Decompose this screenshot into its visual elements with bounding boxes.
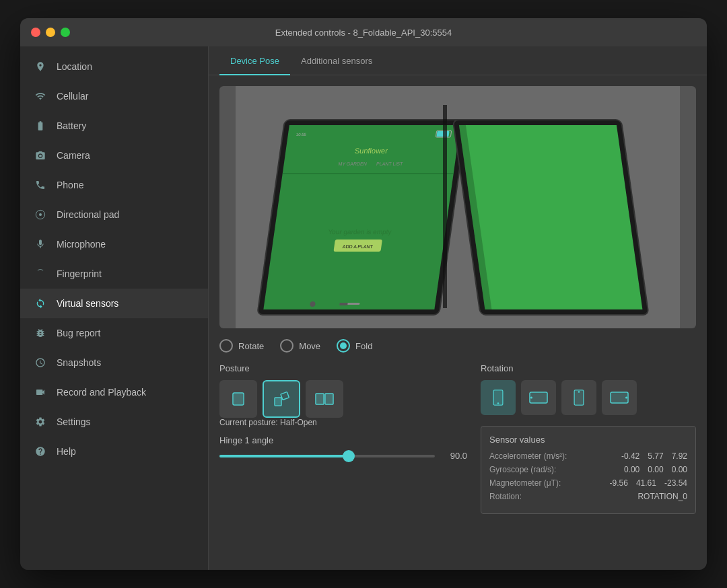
svg-text:ADD A PLANT: ADD A PLANT (342, 244, 374, 249)
posture-btn-halfopen[interactable] (263, 380, 300, 418)
rotation-btn-landscape-left[interactable] (521, 380, 556, 415)
battery-icon (34, 119, 47, 133)
svg-point-36 (530, 397, 532, 399)
rotation-v1: ROTATION_0 (637, 492, 687, 501)
controls-row: Rotate Move Fold (219, 339, 696, 353)
sensor-row-rotation: Rotation: ROTATION_0 (489, 492, 687, 501)
close-button[interactable] (31, 28, 40, 37)
sidebar-item-fingerprint[interactable]: Fingerprint (20, 259, 208, 289)
gyro-v2: 0.00 (648, 465, 663, 474)
svg-point-1 (39, 213, 42, 216)
record-playback-icon (34, 385, 47, 399)
sidebar-label-cellular: Cellular (57, 91, 88, 102)
move-radio[interactable]: Move (280, 339, 320, 353)
sidebar-label-fingerprint: Fingerprint (57, 268, 102, 279)
bug-report-icon (34, 326, 47, 340)
mag-v3: -23.54 (664, 478, 687, 488)
svg-point-42 (625, 397, 627, 399)
rotation-label: Rotation (481, 363, 696, 373)
minimize-button[interactable] (46, 28, 55, 37)
hinge-label: Hinge 1 angle (219, 435, 467, 445)
svg-point-39 (578, 391, 580, 393)
posture-btn-closed[interactable] (219, 380, 257, 418)
tabs-bar: Device Pose Additional sensors (209, 46, 707, 75)
sidebar-item-help[interactable]: Help (20, 437, 208, 466)
accelerometer-values: -0.42 5.77 7.92 (580, 451, 687, 461)
sidebar-item-phone[interactable]: Phone (20, 170, 208, 200)
sidebar-label-location: Location (57, 61, 92, 72)
hinge-slider-track[interactable] (219, 455, 435, 457)
magnetometer-values: -9.56 41.61 -23.54 (580, 478, 687, 488)
rotation-section: Rotation (481, 363, 696, 415)
svg-rect-25 (275, 398, 281, 405)
sensor-row-magnetometer: Magnetometer (μT): -9.56 41.61 -23.54 (489, 478, 687, 488)
sidebar-label-directional-pad: Directional pad (57, 209, 119, 220)
accel-v3: 7.92 (672, 451, 687, 461)
rotation-btn-landscape-right[interactable] (602, 380, 637, 415)
sidebar-label-battery: Battery (57, 120, 86, 131)
maximize-button[interactable] (61, 28, 70, 37)
svg-text:MY GARDEN: MY GARDEN (338, 161, 367, 166)
rotate-radio-button[interactable] (219, 339, 233, 353)
fold-radio-button[interactable] (337, 339, 350, 353)
camera-icon (34, 149, 47, 162)
sensor-row-accelerometer: Accelerometer (m/s²): -0.42 5.77 7.92 (489, 451, 687, 461)
svg-text:10:55: 10:55 (296, 133, 306, 137)
traffic-lights (31, 28, 70, 37)
svg-rect-41 (611, 393, 627, 402)
fold-radio[interactable]: Fold (337, 339, 372, 353)
sidebar-item-settings[interactable]: Settings (20, 407, 208, 437)
accel-v1: -0.42 (621, 451, 639, 461)
virtual-sensors-icon (34, 297, 47, 310)
hinge-slider-value: 90.0 (443, 451, 467, 461)
sidebar: Location Cellular Battery Camera (20, 46, 209, 570)
sidebar-item-location[interactable]: Location (20, 52, 208, 81)
device-preview: Sunflower MY GARDEN PLANT LIST Your gard… (219, 86, 696, 328)
cellular-icon (34, 89, 47, 103)
sidebar-item-snapshots[interactable]: Snapshots (20, 348, 208, 377)
titlebar: Extended controls - 8_Foldable_API_30:55… (20, 18, 707, 46)
sidebar-item-directional-pad[interactable]: Directional pad (20, 200, 208, 229)
svg-rect-26 (281, 392, 289, 400)
fingerprint-icon (34, 267, 47, 281)
sidebar-label-phone: Phone (57, 180, 83, 190)
svg-rect-38 (575, 391, 583, 405)
sidebar-item-microphone[interactable]: Microphone (20, 229, 208, 259)
gyroscope-label: Gyroscope (rad/s): (489, 465, 580, 474)
tab-additional-sensors[interactable]: Additional sensors (290, 46, 383, 75)
hinge-slider-thumb[interactable] (343, 450, 355, 462)
panel-body: Sunflower MY GARDEN PLANT LIST Your gard… (209, 75, 707, 570)
sidebar-label-microphone: Microphone (57, 239, 106, 250)
sidebar-item-bug-report[interactable]: Bug report (20, 318, 208, 348)
mag-v1: -9.56 (610, 478, 628, 488)
location-icon (34, 60, 47, 73)
sidebar-item-virtual-sensors[interactable]: Virtual sensors (20, 289, 208, 318)
fold-label: Fold (355, 341, 372, 351)
sidebar-item-record-playback[interactable]: Record and Playback (20, 377, 208, 407)
svg-point-33 (497, 402, 499, 404)
svg-rect-32 (494, 391, 502, 405)
sidebar-label-virtual-sensors: Virtual sensors (57, 298, 118, 309)
posture-label: Posture (219, 363, 467, 373)
sidebar-item-battery[interactable]: Battery (20, 111, 208, 141)
sidebar-label-snapshots: Snapshots (57, 357, 101, 368)
sidebar-item-cellular[interactable]: Cellular (20, 81, 208, 111)
bottom-section: Posture (219, 363, 696, 559)
sidebar-label-help: Help (57, 446, 76, 457)
main-content: Location Cellular Battery Camera (20, 46, 707, 570)
posture-btn-open[interactable] (306, 380, 343, 418)
settings-icon (34, 415, 47, 429)
rotate-radio[interactable]: Rotate (219, 339, 264, 353)
magnetometer-label: Magnetometer (μT): (489, 478, 580, 488)
sidebar-item-camera[interactable]: Camera (20, 141, 208, 170)
move-radio-button[interactable] (280, 339, 293, 353)
help-icon (34, 445, 47, 458)
rotation-btn-portrait[interactable] (481, 380, 516, 415)
posture-buttons (219, 380, 467, 418)
tab-device-pose[interactable]: Device Pose (219, 46, 290, 75)
move-label: Move (299, 341, 320, 351)
svg-text:Your garden is empty: Your garden is empty (328, 228, 392, 235)
rotation-btn-portrait-rev[interactable] (561, 380, 596, 415)
microphone-icon (34, 237, 47, 251)
svg-rect-28 (316, 394, 323, 404)
